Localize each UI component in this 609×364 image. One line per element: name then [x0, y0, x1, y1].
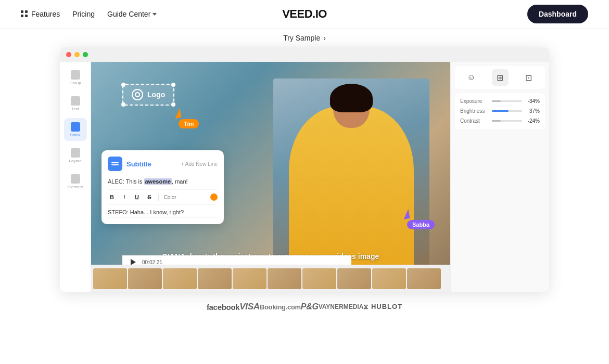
subtitle-icon	[108, 157, 122, 171]
sidebar-item-5[interactable]: Element	[64, 170, 87, 193]
sidebar-label-4: Layout	[69, 159, 81, 163]
subtitle-panel-header: Subtitle + Add New Line	[108, 157, 218, 171]
film-frame	[268, 268, 301, 289]
logo-text: Logo	[147, 90, 165, 99]
sidebar-item-4[interactable]: Layout	[64, 144, 87, 167]
format-bold-button[interactable]: B	[108, 193, 116, 201]
brightness-fill	[492, 110, 509, 112]
icon-line	[111, 164, 119, 165]
sidebar-item-stock[interactable]: Stock	[64, 118, 87, 141]
person-body	[289, 107, 414, 266]
person-area	[273, 79, 429, 266]
hublot-logo: ⧖ HUBLOT	[363, 303, 402, 311]
sidebar-label-3: Stock	[70, 133, 80, 137]
sabba-cursor-arrow	[402, 209, 410, 219]
sidebar-icon-2	[71, 96, 80, 106]
try-sample-link[interactable]: Try Sample	[283, 34, 320, 42]
features-nav-item[interactable]: Features	[21, 10, 60, 18]
sidebar-icon-3	[71, 122, 80, 132]
brightness-label: Brightness	[460, 108, 489, 114]
sidebar-item-1[interactable]: Group	[64, 66, 87, 89]
panel-tab-face[interactable]: ☺	[463, 69, 480, 86]
sabba-name-badge: Sabba	[407, 220, 435, 229]
window-chrome	[60, 47, 549, 62]
nav-left: Features Pricing Guide Center	[21, 10, 157, 18]
close-window-dot[interactable]	[66, 52, 71, 57]
dashboard-button[interactable]: Dashboard	[527, 5, 588, 23]
film-frame	[93, 268, 127, 289]
subtitle-line-1[interactable]: ALEC: This is awesome, man!	[108, 176, 218, 187]
contrast-row: Contrast -24%	[460, 118, 540, 124]
features-label: Features	[31, 10, 60, 18]
sidebar-item-2[interactable]: Text	[64, 92, 87, 115]
film-frame	[302, 268, 336, 289]
sliders-icon: ⊞	[497, 73, 503, 83]
sidebar-icon-1	[71, 70, 80, 80]
editor-mockup: Group Text Stock Layout Element	[60, 47, 549, 292]
try-sample-bar: Try Sample ›	[0, 29, 609, 47]
subtitle-formatting-toolbar: B I U S | Color	[108, 189, 218, 205]
contrast-fill	[492, 120, 501, 122]
guide-center-nav-item[interactable]: Guide Center	[107, 10, 157, 18]
film-frame	[198, 268, 232, 289]
subtitle-title-text: Subtitle	[126, 160, 151, 168]
film-frame	[163, 268, 197, 289]
exposure-value: -34%	[525, 98, 540, 104]
contrast-label: Contrast	[460, 118, 489, 124]
face-icon: ☺	[467, 73, 475, 82]
person-hair	[330, 84, 373, 112]
format-underline-button[interactable]: U	[133, 193, 141, 201]
logo-overlay[interactable]: Logo	[122, 84, 174, 106]
film-frame	[372, 268, 406, 289]
editor-sidebar: Group Text Stock Layout Element	[60, 62, 91, 292]
sidebar-label-1: Group	[69, 81, 81, 85]
try-sample-arrow: ›	[323, 34, 326, 42]
booking-logo: Booking.com	[260, 303, 301, 311]
corner-handle-tr	[171, 83, 175, 87]
add-new-line-button[interactable]: + Add New Line	[181, 161, 218, 167]
grid-icon	[21, 10, 28, 18]
panel-tab-sliders[interactable]: ⊞	[492, 69, 509, 86]
panel-tabs: ☺ ⊞ ⊡	[455, 66, 545, 89]
editor-right-panel: ☺ ⊞ ⊡ Exposure	[450, 62, 549, 292]
subtitle-title-row: Subtitle	[108, 157, 151, 171]
tim-cursor-badge: Tim	[174, 109, 199, 128]
panel-tab-crop[interactable]: ⊡	[521, 69, 537, 86]
minimize-window-dot[interactable]	[74, 52, 80, 57]
sidebar-icon-4	[71, 148, 80, 158]
color-picker[interactable]	[210, 193, 218, 201]
sidebar-label-5: Element	[68, 185, 83, 189]
contrast-value: -24%	[525, 118, 540, 124]
brightness-value: 37%	[525, 108, 540, 114]
tim-cursor-arrow	[174, 108, 182, 119]
brightness-slider[interactable]	[492, 110, 522, 112]
format-strikethrough-button[interactable]: S	[145, 193, 154, 201]
corner-handle-br	[171, 102, 175, 107]
film-frame	[233, 268, 267, 289]
exposure-slider[interactable]	[492, 100, 522, 102]
format-italic-button[interactable]: I	[120, 193, 129, 201]
sidebar-icon-5	[71, 174, 80, 184]
tim-name-badge: Tim	[179, 119, 199, 128]
navbar: Features Pricing Guide Center VEED.IO Da…	[0, 0, 609, 29]
corner-handle-bl	[121, 102, 125, 107]
corner-handle-tl	[121, 83, 125, 87]
chevron-down-icon	[153, 13, 157, 16]
exposure-label: Exposure	[460, 98, 489, 104]
time-display: 00:02:21	[142, 259, 162, 265]
film-frame	[128, 268, 162, 289]
panel-sliders: Exposure -34% Brightness 37%	[455, 93, 545, 129]
crop-icon: ⊡	[525, 73, 532, 83]
site-logo[interactable]: VEED.IO	[282, 7, 327, 21]
subtitle-highlight: awesome	[144, 178, 172, 185]
filmstrip	[91, 265, 450, 292]
logo-inner-circle	[135, 92, 140, 97]
icon-line	[111, 162, 119, 163]
contrast-slider[interactable]	[492, 120, 522, 122]
film-frame	[407, 268, 441, 289]
exposure-fill	[492, 100, 501, 102]
exposure-row: Exposure -34%	[460, 98, 540, 104]
pricing-nav-link[interactable]: Pricing	[72, 10, 95, 18]
subtitle-line-2[interactable]: STEFO: Haha... I know, right?	[108, 207, 218, 218]
maximize-window-dot[interactable]	[83, 52, 88, 57]
